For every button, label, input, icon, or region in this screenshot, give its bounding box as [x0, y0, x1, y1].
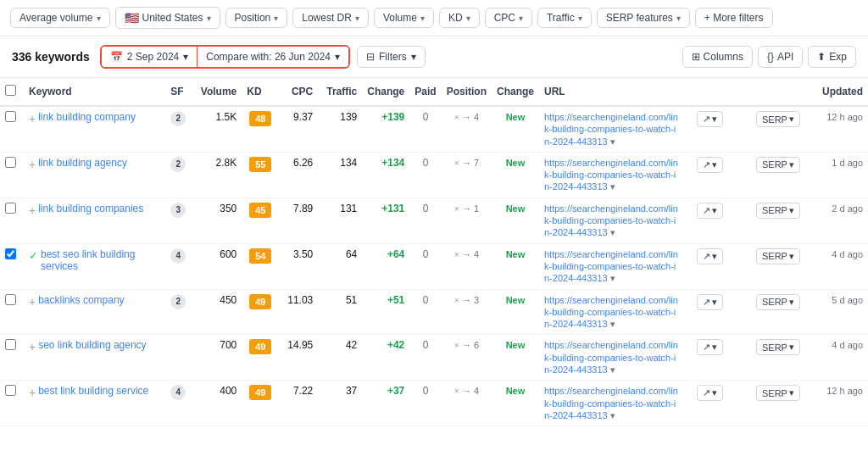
url-link[interactable]: https://searchengineland.com/link-buildi… — [544, 249, 678, 284]
serp-button[interactable]: SERP ▾ — [756, 111, 800, 127]
row-poschange-cell: New — [492, 289, 539, 335]
row-checkbox[interactable] — [5, 111, 16, 122]
header-position[interactable]: Position — [442, 78, 492, 106]
row-checkbox[interactable] — [5, 339, 16, 350]
url-link[interactable]: https://searchengineland.com/link-buildi… — [544, 203, 678, 238]
keyword-link[interactable]: best link building service — [38, 385, 148, 397]
kd-badge: 49 — [249, 339, 271, 354]
row-trend-cell: ↗ ▾ — [692, 198, 751, 243]
row-cpc-cell: 11.03 — [279, 289, 318, 335]
header-kd[interactable]: KD — [242, 78, 279, 106]
serp-button[interactable]: SERP ▾ — [756, 385, 800, 401]
serp-button[interactable]: SERP ▾ — [756, 157, 800, 173]
filters-button[interactable]: ⊟ Filters ▾ — [357, 46, 426, 68]
trend-button[interactable]: ↗ ▾ — [697, 157, 723, 173]
serp-button[interactable]: SERP ▾ — [756, 248, 800, 264]
row-action-icon[interactable]: + — [29, 203, 36, 217]
row-action-icon[interactable]: + — [29, 386, 36, 399]
right-buttons: ⊞ Columns {} API ⬆ Exp — [682, 46, 856, 68]
kd-badge: 48 — [249, 111, 271, 126]
date-picker-button[interactable]: 📅 2 Sep 2024 ▾ — [102, 47, 198, 67]
cpc-filter[interactable]: CPC ▾ — [485, 8, 532, 28]
keyword-link[interactable]: link building company — [38, 111, 136, 123]
row-traffic-cell: 139 — [318, 106, 362, 152]
header-traffic[interactable]: Traffic — [318, 78, 362, 106]
traffic-caret: ▾ — [578, 14, 582, 23]
url-link[interactable]: https://searchengineland.com/link-buildi… — [544, 112, 678, 147]
trend-button[interactable]: ↗ ▾ — [697, 385, 723, 401]
row-change-cell: +51 — [362, 289, 409, 335]
row-checkbox[interactable] — [5, 203, 16, 214]
serp-button[interactable]: SERP ▾ — [756, 294, 800, 310]
header-pos-change[interactable]: Change — [492, 78, 539, 106]
row-kd-cell: 54 — [242, 243, 279, 289]
trend-button[interactable]: ↗ ▾ — [697, 203, 723, 219]
avg-volume-filter[interactable]: Average volume ▾ — [10, 8, 110, 28]
table-row: + seo link building agency 700 49 14.95 … — [0, 335, 868, 381]
pos-change-value: New — [506, 203, 526, 214]
row-checkbox[interactable] — [5, 157, 16, 168]
url-link[interactable]: https://searchengineland.com/link-buildi… — [544, 386, 678, 420]
columns-button[interactable]: ⊞ Columns — [682, 46, 753, 68]
header-change[interactable]: Change — [362, 78, 409, 106]
kd-filter[interactable]: KD ▾ — [439, 8, 480, 28]
header-updated[interactable]: Updated — [809, 78, 868, 106]
keyword-link[interactable]: best seo link building services — [41, 248, 160, 272]
row-checkbox[interactable] — [5, 385, 16, 396]
header-volume[interactable]: Volume — [191, 78, 242, 106]
row-keyword-cell: ✓ best seo link building services — [24, 243, 165, 289]
row-action-icon[interactable]: + — [29, 158, 36, 171]
row-serp-cell: SERP ▾ — [751, 335, 809, 381]
serp-label: SERP — [762, 159, 787, 170]
url-link[interactable]: https://searchengineland.com/link-buildi… — [544, 295, 678, 330]
row-trend-cell: ↗ ▾ — [692, 335, 751, 381]
position-filter[interactable]: Position ▾ — [225, 8, 288, 28]
export-button[interactable]: ⬆ Exp — [808, 46, 856, 68]
header-cpc[interactable]: CPC — [279, 78, 318, 106]
keyword-link[interactable]: link building companies — [38, 203, 143, 214]
keyword-link[interactable]: backlinks company — [38, 294, 124, 306]
row-action-icon[interactable]: + — [29, 295, 36, 309]
keyword-link[interactable]: link building agency — [38, 157, 127, 169]
serp-button[interactable]: SERP ▾ — [756, 203, 800, 219]
trend-button[interactable]: ↗ ▾ — [697, 294, 723, 310]
header-sf[interactable]: SF — [165, 78, 191, 106]
serp-button[interactable]: SERP ▾ — [756, 339, 800, 355]
row-checkbox[interactable] — [5, 294, 16, 305]
volume-filter[interactable]: Volume ▾ — [374, 8, 434, 28]
header-keyword[interactable]: Keyword — [24, 78, 165, 106]
trend-button[interactable]: ↗ ▾ — [697, 248, 723, 264]
row-action-icon[interactable]: ✓ — [29, 249, 38, 262]
header-paid[interactable]: Paid — [409, 78, 441, 106]
url-link[interactable]: https://searchengineland.com/link-buildi… — [544, 158, 678, 192]
serp-features-filter[interactable]: SERP features ▾ — [597, 8, 690, 28]
pos-change-value: New — [506, 249, 526, 259]
updated-value: 5 d ago — [832, 295, 863, 305]
api-button[interactable]: {} API — [758, 46, 803, 68]
keyword-link[interactable]: seo link building agency — [38, 339, 146, 351]
updated-value: 12 h ago — [826, 386, 863, 396]
compare-button[interactable]: Compare with: 26 Jun 2024 ▾ — [198, 47, 348, 67]
more-filters-button[interactable]: + More filters — [695, 8, 773, 28]
select-all-checkbox[interactable] — [5, 85, 16, 96]
trend-button[interactable]: ↗ ▾ — [697, 339, 723, 355]
row-plus-icon: + — [29, 203, 36, 217]
row-action-icon[interactable]: + — [29, 340, 36, 353]
country-filter[interactable]: 🇺🇸 United States ▾ — [115, 7, 220, 29]
row-change-cell: +131 — [362, 198, 409, 243]
trend-button[interactable]: ↗ ▾ — [697, 111, 723, 127]
trend-icon: ↗ — [703, 342, 710, 353]
row-cpc-cell: 7.89 — [279, 198, 318, 243]
url-link[interactable]: https://searchengineland.com/link-buildi… — [544, 340, 678, 375]
traffic-label: Traffic — [547, 12, 575, 24]
cpc-label: CPC — [494, 12, 515, 24]
row-plus-icon: + — [29, 340, 36, 353]
serp-dropdown-icon: ▾ — [789, 114, 794, 125]
compare-caret: ▾ — [335, 51, 340, 63]
sf-badge: 2 — [170, 294, 186, 309]
row-updated-cell: 12 h ago — [809, 106, 868, 152]
traffic-filter[interactable]: Traffic ▾ — [537, 8, 592, 28]
row-checkbox[interactable] — [5, 248, 16, 259]
lowest-dr-filter[interactable]: Lowest DR ▾ — [292, 8, 369, 28]
row-action-icon[interactable]: + — [29, 112, 36, 125]
